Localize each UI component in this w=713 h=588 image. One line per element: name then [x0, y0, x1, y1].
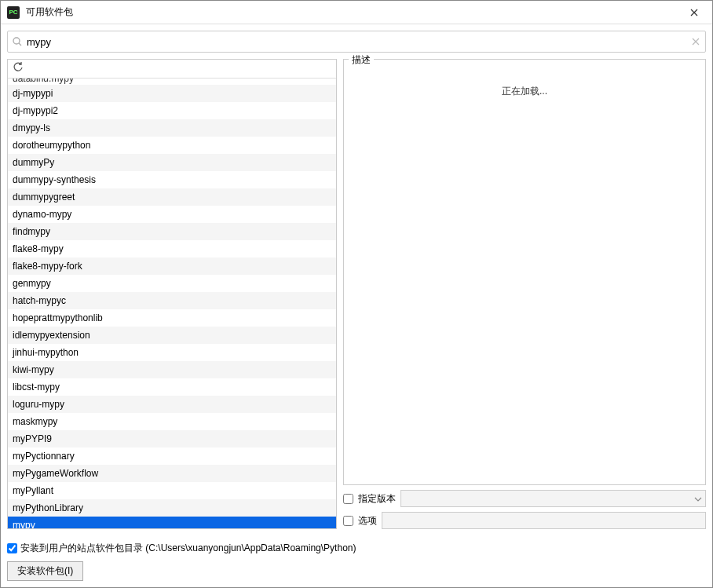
install-user-site-row: 安装到用户的站点软件包目录 (C:\Users\xuanyongjun\AppD… [1, 535, 712, 555]
titlebar: PC 可用软件包 [1, 1, 712, 24]
list-item[interactable]: dynamo-mypy [8, 206, 336, 223]
list-item[interactable]: findmypy [8, 223, 336, 240]
refresh-button[interactable] [13, 62, 24, 75]
chevron-down-icon [694, 493, 702, 504]
button-row: 安装软件包(I) [1, 555, 712, 587]
search-box [7, 31, 706, 53]
list-item[interactable]: myPyctionnary [8, 447, 336, 465]
list-item-partial[interactable]: databind.mypy [8, 79, 336, 85]
detail-panel: 描述 正在加载... 指定版本 选项 [343, 59, 706, 529]
list-item[interactable]: myPythonLibrary [8, 499, 336, 517]
list-item[interactable]: dj-mypypi [8, 85, 336, 102]
list-item[interactable]: libcst-mypy [8, 378, 336, 396]
loading-text: 正在加载... [502, 85, 547, 98]
list-item[interactable]: dummypygreet [8, 188, 336, 206]
list-item[interactable]: jinhui-mypython [8, 344, 336, 361]
options-checkbox[interactable] [343, 516, 353, 526]
install-user-site-label[interactable]: 安装到用户的站点软件包目录 (C:\Users\xuanyongjun\AppD… [20, 542, 356, 555]
list-item[interactable]: myPygameWorkflow [8, 465, 336, 482]
search-icon [8, 36, 27, 47]
list-item[interactable]: dummypy-synthesis [8, 171, 336, 188]
list-item[interactable]: dorotheumypython [8, 137, 336, 154]
window-title: 可用软件包 [26, 5, 682, 19]
list-item[interactable]: myPyllant [8, 482, 336, 499]
list-item[interactable]: loguru-mypy [8, 396, 336, 413]
list-item[interactable]: hopeprattmypythonlib [8, 309, 336, 327]
svg-point-0 [13, 38, 20, 44]
specify-version-label[interactable]: 指定版本 [358, 492, 396, 506]
list-item[interactable]: flake8-mypy-fork [8, 257, 336, 275]
options-row: 选项 [343, 512, 706, 529]
list-item[interactable]: dmypy-ls [8, 119, 336, 137]
close-icon [690, 6, 698, 19]
list-item[interactable]: myPYPI9 [8, 430, 336, 447]
install-user-site-checkbox[interactable] [7, 543, 17, 553]
package-list[interactable]: databind.mypydj-mypypidj-mypypi2dmypy-ls… [8, 79, 336, 528]
install-package-button[interactable]: 安装软件包(I) [7, 561, 83, 581]
clear-search-button[interactable] [686, 38, 705, 46]
list-item[interactable]: kiwi-mypy [8, 361, 336, 378]
description-body: 正在加载... [344, 60, 705, 484]
toolbar [8, 60, 336, 79]
options-input[interactable] [382, 512, 706, 529]
search-input[interactable] [27, 36, 686, 48]
list-item[interactable]: maskmypy [8, 413, 336, 430]
list-item[interactable]: idlemypyextension [8, 327, 336, 344]
list-item[interactable]: hatch-mypyc [8, 292, 336, 309]
close-button[interactable] [682, 1, 706, 24]
main-content: databind.mypydj-mypypidj-mypypi2dmypy-ls… [1, 59, 712, 535]
specify-version-row: 指定版本 [343, 490, 706, 507]
description-label: 描述 [349, 53, 374, 67]
list-item[interactable]: genmypy [8, 275, 336, 292]
package-list-panel: databind.mypydj-mypypidj-mypypi2dmypy-ls… [7, 59, 337, 529]
list-item[interactable]: mypy [8, 517, 336, 528]
list-item[interactable]: dummyPy [8, 154, 336, 171]
options-label[interactable]: 选项 [358, 514, 377, 528]
list-item[interactable]: flake8-mypy [8, 240, 336, 257]
version-combobox[interactable] [400, 490, 706, 507]
list-item[interactable]: dj-mypypi2 [8, 102, 336, 119]
description-group: 描述 正在加载... [343, 59, 706, 485]
svg-line-1 [19, 43, 21, 46]
specify-version-checkbox[interactable] [343, 494, 353, 504]
app-icon: PC [7, 6, 20, 19]
